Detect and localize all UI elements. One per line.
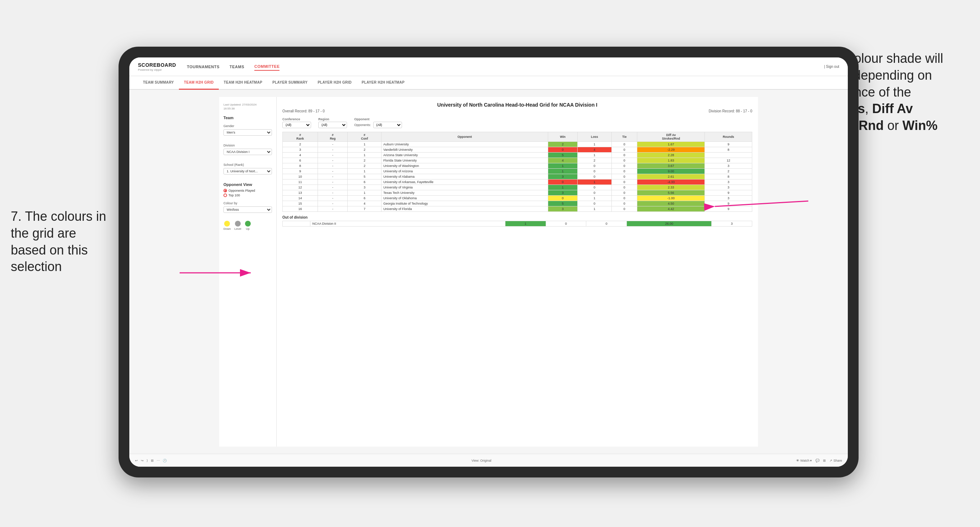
sign-out[interactable]: | Sign out [824, 65, 839, 68]
cell-rank: 8 [283, 163, 318, 169]
cell-conf: 1 [348, 142, 382, 147]
school-select[interactable]: 1. University of Nort... [223, 168, 272, 175]
cell-diff: 2.28 [637, 152, 705, 158]
table-row: 13 - 1 Texas Tech University 3 0 0 5.56 … [283, 190, 752, 196]
col-loss: Loss [577, 132, 611, 142]
tab-player-summary[interactable]: PLAYER SUMMARY [267, 76, 313, 90]
toolbar-clock[interactable]: 🕐 [163, 459, 167, 462]
cell-rank: 13 [283, 190, 318, 196]
cell-conf: 1 [348, 169, 382, 174]
cell-opponent: Auburn University [381, 142, 548, 147]
cell-tie: 0 [611, 158, 637, 163]
cell-win: 2 [548, 142, 578, 147]
sidebar-opponent-view-section: Opponent View Opponents Played Top 100 [223, 183, 272, 197]
cell-rank: 3 [283, 147, 318, 152]
cell-reg: - [318, 201, 348, 206]
cell-win: 1 [548, 185, 578, 190]
cell-tie: 0 [611, 206, 637, 212]
cell-rounds: 3 [705, 163, 752, 169]
cell-loss: 1 [577, 152, 611, 158]
division-select[interactable]: NCAA Division I [223, 149, 272, 155]
tab-player-h2h-heatmap[interactable]: PLAYER H2H HEATMAP [357, 76, 409, 90]
cell-diff: -1.00 [637, 196, 705, 201]
table-row: 6 - 2 Florida State University 4 2 0 1.8… [283, 158, 752, 163]
tab-player-h2h-grid[interactable]: PLAYER H2H GRID [313, 76, 357, 90]
col-reg: #Reg [318, 132, 348, 142]
opponents-label: Opponents: [354, 123, 371, 127]
toolbar-copy[interactable]: ⊞ [151, 459, 154, 462]
legend-down-label: Down [223, 227, 231, 230]
cell-loss: 4 [577, 147, 611, 152]
sidebar-gender-section: Gender Men's [223, 124, 272, 139]
cell-tie: 0 [611, 174, 637, 179]
logo-area: SCOREBOARD Powered by clippd [138, 62, 176, 71]
cell-rounds: 2 [705, 169, 752, 174]
radio-opponents-played[interactable]: Opponents Played [223, 189, 272, 192]
ood-table-row: NCAA Division II 1 0 0 26.00 3 [283, 221, 752, 227]
out-of-division-label: Out of division [282, 215, 752, 219]
radio-top100[interactable]: Top 100 [223, 194, 272, 197]
dashboard-panel: Last Updated: 27/03/202416:55:38 Team Ge… [219, 97, 758, 447]
share-btn[interactable]: ↗ Share [829, 459, 842, 462]
cell-win: 3 [548, 190, 578, 196]
region-select[interactable]: (All) [318, 122, 347, 128]
tab-team-summary[interactable]: TEAM SUMMARY [138, 76, 179, 90]
cell-win: 3 [548, 206, 578, 212]
cell-rounds: 9 [705, 142, 752, 147]
col-opponent: Opponent [381, 132, 548, 142]
cell-tie: 0 [611, 201, 637, 206]
cell-rank: 15 [283, 201, 318, 206]
cell-win: 5 [548, 201, 578, 206]
table-row: 16 - 7 University of Florida 3 1 0 4.42 … [283, 206, 752, 212]
gender-select[interactable]: Men's [223, 129, 272, 136]
grid-title: University of North Carolina Head-to-Hea… [282, 102, 752, 108]
tab-team-h2h-heatmap[interactable]: TEAM H2H HEATMAP [219, 76, 267, 90]
cell-rank: 12 [283, 185, 318, 190]
conference-select[interactable]: (All) [282, 122, 311, 128]
cell-reg: - [318, 163, 348, 169]
opponent-select[interactable]: (All) [373, 122, 402, 128]
toolbar-forward[interactable]: ⟩ [146, 459, 148, 462]
toolbar-left: ↩ ↪ ⟩ ⊞ ⋯ 🕐 [135, 459, 167, 462]
colour-by-select[interactable]: Win/loss [223, 206, 272, 213]
cell-conf: 4 [348, 201, 382, 206]
cell-diff: -2.29 [637, 147, 705, 152]
cell-diff: 2.61 [637, 174, 705, 179]
tab-team-h2h-grid[interactable]: TEAM H2H GRID [179, 76, 219, 90]
cell-opponent: Florida State University [381, 158, 548, 163]
cell-rounds: 9 [705, 206, 752, 212]
col-tie: Tie [611, 132, 637, 142]
last-updated: Last Updated: 27/03/202416:55:38 [223, 103, 272, 111]
ood-diff: 26.00 [627, 221, 712, 227]
cell-loss: 0 [577, 185, 611, 190]
cell-opponent: University of Oklahoma [381, 196, 548, 201]
cell-conf: 1 [348, 190, 382, 196]
comment-btn[interactable]: 💬 [816, 459, 819, 462]
toolbar-more[interactable]: ⋯ [157, 459, 160, 462]
ood-loss: 0 [546, 221, 586, 227]
nav-tournaments[interactable]: TOURNAMENTS [187, 63, 220, 70]
school-label: School (Rank) [223, 163, 272, 167]
nav-teams[interactable]: TEAMS [229, 63, 244, 70]
toolbar-redo[interactable]: ↪ [141, 459, 144, 462]
grid-record: Overall Record: 89 - 17 - 0 Division Rec… [282, 109, 752, 113]
cell-reg: - [318, 179, 348, 185]
legend-down-dot [224, 221, 230, 227]
region-filter: Region (All) [318, 117, 347, 128]
cell-win: 3 [548, 174, 578, 179]
cell-conf: 2 [348, 147, 382, 152]
nav-committee[interactable]: COMMITTEE [255, 63, 280, 71]
toolbar-undo[interactable]: ↩ [135, 459, 138, 462]
toolbar-right: 👁 Watch ▾ 💬 ⊞ ↗ Share [796, 459, 842, 462]
cell-tie: 0 [611, 142, 637, 147]
cell-opponent: Vanderbilt University [381, 147, 548, 152]
layout-btn[interactable]: ⊞ [823, 459, 826, 462]
cell-reg: - [318, 206, 348, 212]
cell-conf: 3 [348, 185, 382, 190]
cell-tie: 0 [611, 147, 637, 152]
table-header-row: #Rank #Reg #Conf Opponent Win Loss Tie D… [283, 132, 752, 142]
cell-reg: - [318, 196, 348, 201]
watch-btn[interactable]: 👁 Watch ▾ [796, 459, 812, 462]
table-row: 9 - 1 University of Arizona 1 0 0 9.00 2 [283, 169, 752, 174]
cell-loss: 0 [577, 190, 611, 196]
